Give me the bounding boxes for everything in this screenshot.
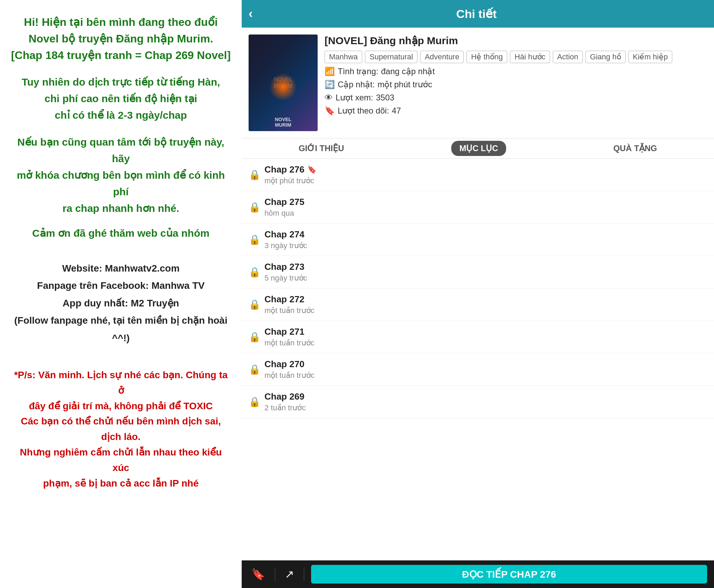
lock-icon: 🔒 xyxy=(249,331,259,343)
chapter-time: 3 ngày trước xyxy=(264,241,707,250)
left-panel: Hi! Hiện tại bên mình đang theo đuổi Nov… xyxy=(0,0,242,588)
back-button[interactable]: ‹ xyxy=(249,8,253,20)
chapter-info: Chap 270một tuần trước xyxy=(264,359,707,380)
chapter-time: 5 ngày trước xyxy=(264,274,707,283)
views-value: 3503 xyxy=(376,93,394,102)
chapter-name: Chap 275 xyxy=(264,197,707,207)
header-title: Chi tiết xyxy=(260,7,693,21)
lock-icon: 🔒 xyxy=(249,266,259,278)
bookmark-icon: 🔖 xyxy=(307,165,317,174)
chapter-name: Chap 276🔖 xyxy=(264,164,707,175)
tab-mục-lục[interactable]: MỤC LỤC xyxy=(451,141,506,156)
refresh-icon: 🔄 xyxy=(325,80,335,89)
tag-manhwa[interactable]: Manhwa xyxy=(325,51,362,63)
chapter-time: hôm qua xyxy=(264,209,707,218)
chapter-name: Chap 269 xyxy=(264,391,707,402)
chapter-name: Chap 274 xyxy=(264,229,707,240)
right-panel: ‹ Chi tiết NOVELMURIM [NOVEL] Đăng nhập … xyxy=(242,0,714,588)
update-row: 🔄 Cập nhật: một phút trước xyxy=(325,80,707,89)
cover-image: NOVELMURIM xyxy=(249,35,318,131)
tag-supernatural[interactable]: Supernatural xyxy=(365,51,417,63)
status-row: 📶 Tình trạng: đang cập nhật xyxy=(325,67,707,76)
bottom-bar: 🔖 ↗ ĐỌC TIẾP CHAP 276 xyxy=(242,560,714,588)
novel-info: [NOVEL] Đăng nhập Murim ManhwaSupernatur… xyxy=(325,35,707,131)
chapter-name: Chap 270 xyxy=(264,359,707,370)
lock-icon: 🔒 xyxy=(249,234,259,245)
thanks-text: Cảm ơn đã ghé thăm web của nhóm xyxy=(10,227,231,239)
chapter-item[interactable]: 🔒Chap 271một tuần trước xyxy=(242,321,714,353)
chapter-name: Chap 273 xyxy=(264,262,707,272)
detail-section: NOVELMURIM [NOVEL] Đăng nhập Murim Manhw… xyxy=(242,28,714,138)
chapter-info: Chap 2692 tuần trước xyxy=(264,391,707,412)
website-info: Website: Manhwatv2.com Fanpage trên Face… xyxy=(10,260,231,347)
chapter-item[interactable]: 🔒Chap 270một tuần trước xyxy=(242,353,714,386)
cta-text: Nếu bạn cũng quan tâm tới bộ truyện này,… xyxy=(10,134,231,217)
tabs-section: GIỚI THIỆUMỤC LỤCQUÀ TẶNG xyxy=(242,138,714,159)
chapter-item[interactable]: 🔒Chap 275hôm qua xyxy=(242,191,714,224)
status-label: Tình trạng: xyxy=(338,67,378,76)
chapter-info: Chap 272một tuần trước xyxy=(264,294,707,315)
chapter-list: 🔒Chap 276🔖một phút trước🔒Chap 275hôm qua… xyxy=(242,159,714,560)
update-label: Cập nhật: xyxy=(338,80,375,89)
chapter-item[interactable]: 🔒Chap 2692 tuần trước xyxy=(242,386,714,418)
eye-icon: 👁 xyxy=(325,93,333,102)
divider xyxy=(275,567,275,581)
chapter-time: một tuần trước xyxy=(264,306,707,315)
bookmark-button[interactable]: 🔖 xyxy=(249,565,268,584)
lock-icon: 🔒 xyxy=(249,202,259,213)
chapter-item[interactable]: 🔒Chap 2735 ngày trước xyxy=(242,256,714,288)
chapter-time: một tuần trước xyxy=(264,371,707,380)
header: ‹ Chi tiết xyxy=(242,0,714,28)
cover-text: NOVELMURIM xyxy=(249,117,318,128)
lock-icon: 🔒 xyxy=(249,299,259,310)
divider-2 xyxy=(304,567,304,581)
tag-action[interactable]: Action xyxy=(553,51,583,63)
tag-adventure[interactable]: Adventure xyxy=(420,51,464,63)
warning-text: *P/s: Văn minh. Lịch sự nhé các bạn. Chú… xyxy=(10,368,231,491)
chapter-item[interactable]: 🔒Chap 272một tuần trước xyxy=(242,288,714,321)
views-label: Lượt xem: xyxy=(336,93,373,102)
tag-giang-hồ[interactable]: Giang hồ xyxy=(586,51,626,63)
share-button[interactable]: ↗ xyxy=(282,565,297,584)
lock-icon: 🔒 xyxy=(249,169,259,180)
tag-hệ-thống[interactable]: Hệ thống xyxy=(466,51,507,63)
tab-quà-tặng[interactable]: QUÀ TẶNG xyxy=(606,140,664,157)
chapter-info: Chap 276🔖một phút trước xyxy=(264,164,707,185)
tags-row: ManhwaSupernaturalAdventureHệ thốngHài h… xyxy=(325,51,707,63)
chapter-info: Chap 275hôm qua xyxy=(264,197,707,218)
novel-title: [NOVEL] Đăng nhập Murim xyxy=(325,35,707,47)
chapter-item[interactable]: 🔒Chap 276🔖một phút trước xyxy=(242,159,714,191)
chapter-item[interactable]: 🔒Chap 2743 ngày trước xyxy=(242,224,714,256)
secondary-announcement: Tuy nhiên do dịch trực tiếp từ tiếng Hàn… xyxy=(10,74,231,124)
chapter-info: Chap 271một tuần trước xyxy=(264,326,707,347)
update-value: một phút trước xyxy=(377,80,432,89)
follows-row: 🔖 Lượt theo dõi: 47 xyxy=(325,106,707,116)
lock-icon: 🔒 xyxy=(249,364,259,375)
views-row: 👁 Lượt xem: 3503 xyxy=(325,93,707,102)
tab-giới-thiệu[interactable]: GIỚI THIỆU xyxy=(292,140,351,157)
bookmark-flag-icon: 🔖 xyxy=(325,106,335,116)
lock-icon: 🔒 xyxy=(249,396,259,408)
signal-icon: 📶 xyxy=(325,67,335,76)
follows-label: Lượt theo dõi: xyxy=(338,106,389,116)
chapter-time: 2 tuần trước xyxy=(264,403,707,412)
chapter-name: Chap 271 xyxy=(264,326,707,337)
tag-hài-hước[interactable]: Hài hước xyxy=(510,51,550,63)
tag-kiếm-hiệp[interactable]: Kiếm hiệp xyxy=(628,51,672,63)
chapter-time: một phút trước xyxy=(264,176,707,185)
main-announcement: Hi! Hiện tại bên mình đang theo đuổi Nov… xyxy=(10,14,231,63)
chapter-info: Chap 2743 ngày trước xyxy=(264,229,707,250)
chapter-info: Chap 2735 ngày trước xyxy=(264,262,707,283)
read-continue-button[interactable]: ĐỌC TIẾP CHAP 276 xyxy=(311,565,707,584)
chapter-time: một tuần trước xyxy=(264,339,707,347)
status-value: đang cập nhật xyxy=(381,67,435,76)
follows-value: 47 xyxy=(392,106,401,116)
chapter-name: Chap 272 xyxy=(264,294,707,305)
